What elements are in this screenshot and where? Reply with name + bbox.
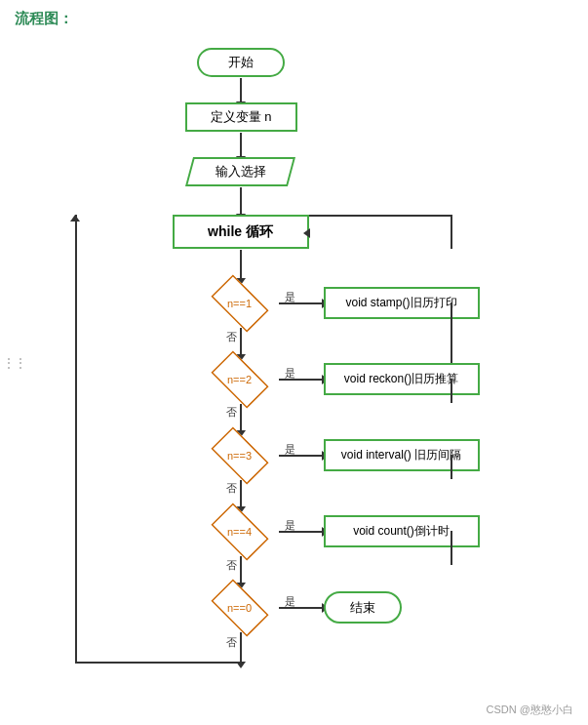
start-node: 开始	[197, 48, 285, 77]
end-node: 结束	[324, 591, 402, 624]
arrow-input-while	[240, 187, 242, 215]
cond1-node: n==1	[201, 279, 279, 328]
func3-node: void interval() 旧历间隔	[324, 439, 480, 471]
cond1-no-label: 否	[226, 330, 237, 344]
page-title: 流程图：	[15, 10, 573, 28]
page: ⋮⋮ 流程图： 开始 定义变量 n 输入选择 while 循环	[0, 0, 588, 725]
flowchart: 开始 定义变量 n 输入选择 while 循环 n==1	[21, 38, 568, 702]
arrow-cond2-func2	[279, 379, 323, 381]
cond2-node: n==2	[201, 355, 279, 404]
arrow-cond3-cond4	[240, 480, 242, 507]
func1-node: void stamp()旧历打印	[324, 287, 480, 319]
arrow-while-cond1	[240, 250, 242, 279]
func4-node: void count()倒计时	[324, 515, 480, 547]
loop-back-horiz	[75, 662, 241, 664]
arrow-loop-right	[303, 228, 310, 238]
cond3-no-label: 否	[226, 481, 237, 496]
arrow-define-input	[240, 133, 242, 157]
func4-right-line	[451, 531, 452, 565]
arrow-cond3-func3	[279, 455, 323, 457]
cond4-no-label: 否	[226, 558, 237, 573]
loop-line-left	[75, 215, 77, 664]
arrow-loop-up	[70, 215, 80, 222]
func3-right-line	[451, 455, 452, 479]
cond4-node: n==4	[201, 507, 279, 556]
define-node: 定义变量 n	[185, 102, 297, 132]
watermark: CSDN @憨憨小白	[487, 703, 573, 717]
arrow-cond5-down	[240, 632, 242, 663]
cond5-no-label: 否	[226, 635, 237, 650]
arrow-cond5-end	[279, 607, 323, 609]
loop-line-right-top	[451, 215, 452, 249]
arrow-cond1-cond2	[240, 328, 242, 355]
cond2-no-label: 否	[226, 405, 237, 420]
func2-right-line	[451, 379, 452, 403]
cond3-node: n==3	[201, 431, 279, 480]
input-node: 输入选择	[184, 157, 294, 186]
cond5-node: n==0	[201, 584, 279, 632]
arrow-cond4-cond5	[240, 556, 242, 584]
func2-node: void reckon()旧历推算	[324, 363, 480, 395]
arrow-cond1-func1	[279, 302, 323, 304]
arrow-start-define	[240, 78, 242, 102]
arrow-cond4-func4	[279, 531, 323, 533]
arrow-cond2-cond3	[240, 404, 242, 431]
while-node: while 循环	[173, 215, 309, 249]
loop-line-right-horiz	[309, 215, 452, 217]
